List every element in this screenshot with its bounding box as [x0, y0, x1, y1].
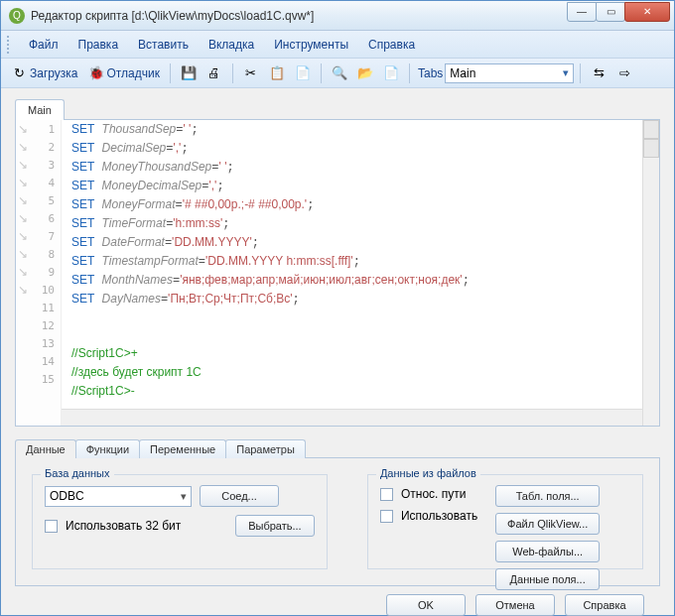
- toolbar-separator: [321, 63, 322, 83]
- use-ftp-label: Использовать: [401, 509, 477, 523]
- close-button[interactable]: ✕: [624, 2, 670, 22]
- toolbar-separator: [232, 63, 233, 83]
- toolbar-separator: [409, 63, 410, 83]
- demote-icon: ⇨: [616, 65, 632, 81]
- print-icon: 🖨: [206, 65, 222, 81]
- promote-icon: ⇆: [591, 65, 607, 81]
- vertical-scrollbar[interactable]: [642, 120, 659, 426]
- cut-button[interactable]: ✂: [239, 63, 263, 83]
- search-icon: 🔍: [332, 65, 347, 81]
- reload-button[interactable]: ↻ Загрузка: [7, 63, 82, 83]
- title-bar[interactable]: Q Редактор скрипта [d:\QlikView\myDocs\l…: [1, 1, 674, 31]
- ok-button[interactable]: OK: [386, 594, 466, 616]
- web-files-button[interactable]: Web-файлы...: [495, 541, 600, 562]
- menu-help[interactable]: Справка: [358, 34, 425, 56]
- horizontal-scrollbar[interactable]: [62, 409, 642, 426]
- toolbar-separator: [170, 63, 171, 83]
- tab-parameters[interactable]: Параметры: [225, 439, 306, 458]
- window-title: Редактор скрипта [d:\QlikView\myDocs\loa…: [31, 9, 568, 23]
- menu-bar: Файл Правка Вставить Вкладка Инструменты…: [1, 31, 674, 59]
- tab-variables[interactable]: Переменные: [139, 439, 226, 458]
- bottom-panel: Данные Функции Переменные Параметры База…: [15, 438, 660, 586]
- paste-icon: 📄: [295, 65, 311, 81]
- script-editor[interactable]: ↘1↘2↘3↘4↘5↘6↘7↘8↘9↘101112131415 SET Thou…: [15, 119, 660, 427]
- app-icon: Q: [9, 8, 25, 24]
- print-button[interactable]: 🖨: [202, 63, 226, 83]
- menu-edit[interactable]: Правка: [68, 34, 129, 56]
- relative-paths-label: Относ. пути: [401, 487, 467, 501]
- paste-button[interactable]: 📄: [291, 63, 315, 83]
- insert-file-button[interactable]: 📄: [379, 63, 403, 83]
- tabs-select[interactable]: Main: [445, 63, 574, 83]
- editor-code-area[interactable]: SET ThousandSep=' '; SET DecimalSep=',';…: [62, 120, 659, 426]
- menu-tab[interactable]: Вкладка: [199, 34, 264, 56]
- editor-gutter: ↘1↘2↘3↘4↘5↘6↘7↘8↘9↘101112131415: [16, 120, 62, 426]
- database-legend: База данных: [41, 467, 114, 479]
- tab-functions[interactable]: Функции: [75, 439, 140, 458]
- copy-button[interactable]: 📋: [265, 63, 289, 83]
- use-32bit-label: Использовать 32 бит: [66, 519, 181, 533]
- select-button[interactable]: Выбрать...: [235, 515, 315, 537]
- qlikview-file-button[interactable]: Файл QlikView...: [495, 513, 600, 535]
- copy-icon: 📋: [269, 65, 285, 81]
- menu-file[interactable]: Файл: [19, 34, 68, 56]
- files-group: Данные из файлов Относ. пути Использоват…: [367, 474, 643, 569]
- maximize-button[interactable]: ▭: [596, 2, 625, 22]
- files-legend: Данные из файлов: [376, 467, 480, 479]
- folder-icon: 📂: [357, 65, 373, 81]
- tab-promote-button[interactable]: ⇆: [587, 63, 610, 83]
- menu-handle-icon: [7, 36, 13, 54]
- use-ftp-checkbox[interactable]: [380, 510, 393, 523]
- file-icon: 📄: [383, 65, 399, 81]
- cancel-button[interactable]: Отмена: [475, 594, 555, 616]
- script-editor-window: Q Редактор скрипта [d:\QlikView\myDocs\l…: [0, 0, 675, 616]
- field-data-button[interactable]: Данные поля...: [495, 568, 600, 590]
- tab-demote-button[interactable]: ⇨: [612, 63, 636, 83]
- db-source-select[interactable]: ODBC: [45, 486, 192, 507]
- use-32bit-checkbox[interactable]: [45, 520, 58, 533]
- connect-button[interactable]: Соед...: [200, 485, 279, 507]
- cut-icon: ✂: [243, 65, 259, 81]
- debugger-button[interactable]: 🐞 Отладчик: [84, 63, 164, 83]
- search-button[interactable]: 🔍: [328, 63, 351, 83]
- toolbar: ↻ Загрузка 🐞 Отладчик 💾 🖨 ✂ 📋 📄 🔍 📂 📄 Ta…: [1, 59, 674, 88]
- tabs-label: Tabs: [418, 66, 443, 80]
- tab-data[interactable]: Данные: [15, 439, 76, 458]
- database-group: База данных ODBC Соед... Использовать 32…: [32, 474, 328, 569]
- editor-tab-main[interactable]: Main: [15, 99, 65, 120]
- save-button[interactable]: 💾: [177, 63, 201, 83]
- bug-icon: 🐞: [88, 65, 104, 81]
- help-button[interactable]: Справка: [565, 594, 644, 616]
- relative-paths-checkbox[interactable]: [380, 488, 393, 501]
- menu-tools[interactable]: Инструменты: [264, 34, 358, 56]
- minimize-button[interactable]: —: [567, 2, 597, 22]
- toolbar-separator: [580, 63, 581, 83]
- table-fields-button[interactable]: Табл. поля...: [495, 485, 600, 507]
- menu-insert[interactable]: Вставить: [128, 34, 199, 56]
- open-button[interactable]: 📂: [353, 63, 377, 83]
- save-icon: 💾: [181, 65, 197, 81]
- reload-icon: ↻: [11, 65, 27, 81]
